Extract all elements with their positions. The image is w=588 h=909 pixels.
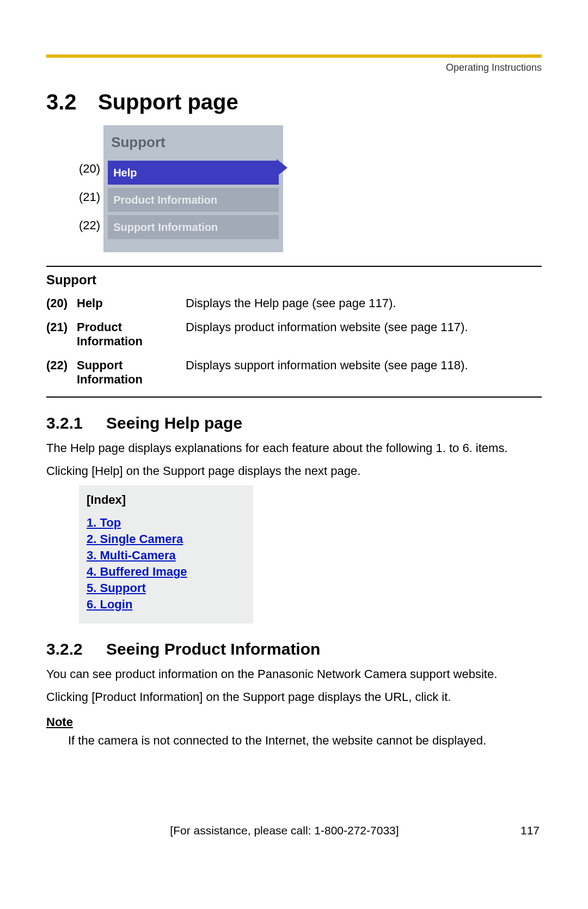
- support-menu-title: Support: [108, 131, 279, 157]
- def-num: (22): [46, 355, 77, 393]
- menu-arrow-icon: [277, 159, 287, 176]
- subhead-title: Seeing Help page: [106, 414, 242, 432]
- menu-item-help-label: Help: [113, 167, 137, 179]
- section-number: 3.2: [46, 90, 98, 114]
- table-row: (20) Help Displays the Help page (see pa…: [46, 293, 542, 317]
- index-link-multi-camera[interactable]: 3. Multi-Camera: [87, 548, 246, 563]
- index-link-single-camera[interactable]: 2. Single Camera: [87, 532, 246, 546]
- help-index-box: [Index] 1. Top 2. Single Camera 3. Multi…: [79, 485, 253, 624]
- subhead-3-2-1: 3.2.1Seeing Help page: [46, 414, 542, 432]
- def-desc: Displays support information website (se…: [186, 355, 542, 393]
- help-index-title: [Index]: [87, 493, 246, 507]
- menu-item-product-label: Product Information: [113, 194, 217, 206]
- support-menu-box: Support Help Product Information Support…: [103, 125, 283, 252]
- callout-column: (20) (21) (22): [79, 125, 100, 240]
- note-body: If the camera is not connected to the In…: [68, 734, 542, 748]
- subhead-number: 3.2.2: [46, 640, 106, 658]
- menu-item-support-information[interactable]: Support Information: [108, 215, 279, 239]
- index-link-support[interactable]: 5. Support: [87, 581, 246, 595]
- menu-item-help[interactable]: Help: [108, 161, 279, 185]
- note-label: Note: [46, 715, 542, 729]
- footer-page-number: 117: [520, 824, 540, 837]
- subhead-3-2-2: 3.2.2Seeing Product Information: [46, 640, 542, 658]
- callout-20: (20): [79, 155, 100, 183]
- def-desc: Displays the Help page (see page 117).: [186, 293, 542, 317]
- sub2-p1: You can see product information on the P…: [46, 666, 542, 682]
- def-desc: Displays product information website (se…: [186, 317, 542, 355]
- defs-table: (20) Help Displays the Help page (see pa…: [46, 293, 542, 393]
- page-footer: [For assistance, please call: 1-800-272-…: [46, 824, 542, 837]
- section-title-text: Support page: [98, 90, 238, 114]
- def-term: Support Information: [77, 355, 186, 393]
- subhead-title: Seeing Product Information: [106, 640, 320, 658]
- sub2-p2: Clicking [Product Information] on the Su…: [46, 689, 542, 705]
- index-link-buffered-image[interactable]: 4. Buffered Image: [87, 565, 246, 579]
- rule-bottom: [46, 396, 542, 398]
- callout-22: (22): [79, 211, 100, 240]
- header-doc-label: Operating Instructions: [46, 62, 542, 74]
- table-row: (22) Support Information Displays suppor…: [46, 355, 542, 393]
- footer-assist: [For assistance, please call: 1-800-272-…: [48, 824, 520, 837]
- support-menu-figure: (20) (21) (22) Support Help Product Info…: [79, 125, 542, 252]
- menu-item-support-label: Support Information: [113, 221, 218, 234]
- defs-heading: Support: [46, 272, 542, 288]
- def-term: Product Information: [77, 317, 186, 355]
- sub1-p2: Clicking [Help] on the Support page disp…: [46, 463, 542, 479]
- index-link-login[interactable]: 6. Login: [87, 597, 246, 612]
- index-link-top[interactable]: 1. Top: [87, 516, 246, 530]
- sub1-p1: The Help page displays explanations for …: [46, 440, 542, 456]
- def-num: (21): [46, 317, 77, 355]
- callout-21: (21): [79, 183, 100, 211]
- def-term: Help: [77, 293, 186, 317]
- subhead-number: 3.2.1: [46, 414, 106, 432]
- section-title: 3.2Support page: [46, 90, 542, 114]
- top-rule: [46, 54, 542, 58]
- def-num: (20): [46, 293, 77, 317]
- menu-item-product-information[interactable]: Product Information: [108, 188, 279, 212]
- table-row: (21) Product Information Displays produc…: [46, 317, 542, 355]
- rule-top: [46, 266, 542, 267]
